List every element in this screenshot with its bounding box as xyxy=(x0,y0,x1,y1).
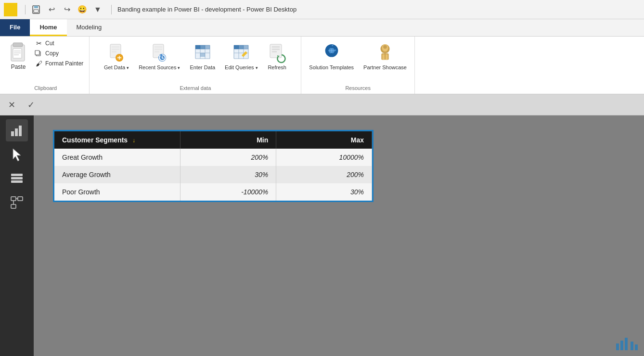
redo-button[interactable]: ↪ xyxy=(60,3,74,16)
sidebar-item-data[interactable] xyxy=(6,167,28,190)
svg-rect-49 xyxy=(272,46,280,48)
partner-showcase-label: Partner Showcase xyxy=(363,64,407,71)
col-header-max: Max xyxy=(276,131,372,149)
svg-rect-17 xyxy=(112,51,116,52)
clipboard-group-label: Clipboard xyxy=(34,85,57,92)
col-header-min: Min xyxy=(180,131,276,149)
svg-rect-74 xyxy=(631,342,633,350)
clipboard-content: Paste ✂ Cut Copy xyxy=(6,38,85,85)
svg-rect-58 xyxy=(386,54,388,60)
menu-bar: File Home Modeling xyxy=(0,19,644,37)
main-canvas: Customer Segments ↓ Min Max Great Growth… xyxy=(34,115,644,356)
save-button[interactable] xyxy=(29,3,43,16)
get-data-icon xyxy=(107,41,126,64)
data-table: Customer Segments ↓ Min Max Great Growth… xyxy=(54,131,372,201)
edit-queries-label: Edit Queries ▾ xyxy=(225,64,258,71)
svg-rect-45 xyxy=(244,45,248,49)
cell-max-2: 30% xyxy=(276,183,372,201)
cut-label: Cut xyxy=(45,40,54,47)
clipboard-group: Paste ✂ Cut Copy xyxy=(2,37,90,94)
svg-rect-65 xyxy=(11,180,23,183)
menu-home[interactable]: Home xyxy=(30,19,66,36)
paste-button[interactable]: Paste xyxy=(6,38,31,72)
cut-button[interactable]: ✂ Cut xyxy=(33,38,85,48)
recent-sources-icon xyxy=(150,41,169,64)
enter-data-button[interactable]: Enter Data xyxy=(186,38,219,74)
svg-rect-37 xyxy=(200,53,205,57)
svg-rect-64 xyxy=(11,177,23,179)
svg-rect-35 xyxy=(200,45,205,49)
svg-rect-68 xyxy=(11,204,16,208)
svg-rect-75 xyxy=(635,344,638,350)
emoji-button[interactable]: 😀 xyxy=(76,3,89,16)
cell-min-0: 200% xyxy=(180,149,276,166)
copy-icon xyxy=(35,50,43,57)
format-painter-icon: 🖌 xyxy=(35,60,43,67)
sort-arrow: ↓ xyxy=(132,137,135,144)
get-data-button[interactable]: Get Data ▾ xyxy=(100,38,133,74)
confirm-formula-button[interactable]: ✓ xyxy=(23,97,39,113)
get-data-label: Get Data ▾ xyxy=(104,64,129,71)
refresh-label: Refresh xyxy=(268,64,286,71)
table-header-row: Customer Segments ↓ Min Max xyxy=(54,131,372,149)
partner-showcase-icon xyxy=(375,41,395,64)
external-data-content: Get Data ▾ xyxy=(100,38,291,85)
format-painter-label: Format Painter xyxy=(45,60,83,67)
svg-rect-15 xyxy=(112,46,119,48)
resources-group: Solution Templates Partner Showc xyxy=(301,37,415,94)
data-table-container[interactable]: Customer Segments ↓ Min Max Great Growth… xyxy=(53,130,374,202)
svg-rect-8 xyxy=(13,49,22,58)
table-row: Average Growth 30% 200% xyxy=(54,166,372,183)
table-row: Poor Growth -10000% 30% xyxy=(54,183,372,201)
confirm-icon: ✓ xyxy=(27,100,35,110)
svg-rect-0 xyxy=(6,11,8,14)
title-bar-icons: ↩ ↪ 😀 ▼ xyxy=(29,3,104,16)
partner-showcase-button[interactable]: Partner Showcase xyxy=(360,38,411,74)
svg-rect-5 xyxy=(34,10,39,13)
cancel-icon: ✕ xyxy=(8,100,15,110)
title-sep2 xyxy=(111,5,112,14)
content-area: Customer Segments ↓ Min Max Great Growth… xyxy=(0,115,644,356)
cell-max-0: 10000% xyxy=(276,149,372,166)
copy-button[interactable]: Copy xyxy=(33,49,85,58)
recent-sources-label: Recent Sources ▾ xyxy=(139,64,180,71)
sidebar-item-model[interactable] xyxy=(6,191,28,214)
refresh-button[interactable]: Refresh xyxy=(264,38,291,74)
enter-data-icon xyxy=(193,41,212,64)
solution-templates-button[interactable]: Solution Templates xyxy=(305,38,358,74)
cell-max-1: 200% xyxy=(276,166,372,183)
left-sidebar xyxy=(0,115,34,356)
paste-label: Paste xyxy=(11,64,26,70)
col-header-segment: Customer Segments ↓ xyxy=(54,131,180,149)
edit-queries-button[interactable]: Edit Queries ▾ xyxy=(221,38,262,74)
cell-segment-1: Average Growth xyxy=(54,166,180,183)
format-painter-button[interactable]: 🖌 Format Painter xyxy=(33,59,85,68)
svg-rect-57 xyxy=(382,54,385,60)
external-data-group-label: External data xyxy=(180,85,211,92)
menu-file[interactable]: File xyxy=(0,19,30,36)
svg-rect-72 xyxy=(620,341,623,350)
cell-segment-0: Great Growth xyxy=(54,149,180,166)
svg-rect-43 xyxy=(234,45,239,49)
enter-data-label: Enter Data xyxy=(190,64,215,71)
ribbon: Paste ✂ Cut Copy xyxy=(0,37,644,94)
cursor-icon xyxy=(11,148,23,161)
recent-sources-button[interactable]: Recent Sources ▾ xyxy=(135,38,184,74)
svg-rect-1 xyxy=(9,8,12,14)
cancel-formula-button[interactable]: ✕ xyxy=(4,97,19,113)
cell-min-2: -10000% xyxy=(180,183,276,201)
solution-templates-icon xyxy=(322,41,341,64)
small-clipboard-btns: ✂ Cut Copy 🖌 Format Painter xyxy=(33,38,85,68)
svg-rect-2 xyxy=(13,5,15,14)
svg-rect-67 xyxy=(18,197,23,201)
sidebar-item-report[interactable] xyxy=(6,119,28,141)
undo-button[interactable]: ↩ xyxy=(45,3,58,16)
menu-modeling[interactable]: Modeling xyxy=(67,19,112,36)
svg-rect-13 xyxy=(35,51,39,55)
title-bar: ↩ ↪ 😀 ▼ Banding example in Power BI - de… xyxy=(0,0,644,19)
window-title: Banding example in Power BI - developmen… xyxy=(117,6,296,13)
svg-rect-25 xyxy=(155,51,159,52)
resources-group-label: Resources xyxy=(345,85,371,92)
customize-button[interactable]: ▼ xyxy=(91,3,104,16)
table-row: Great Growth 200% 10000% xyxy=(54,149,372,166)
